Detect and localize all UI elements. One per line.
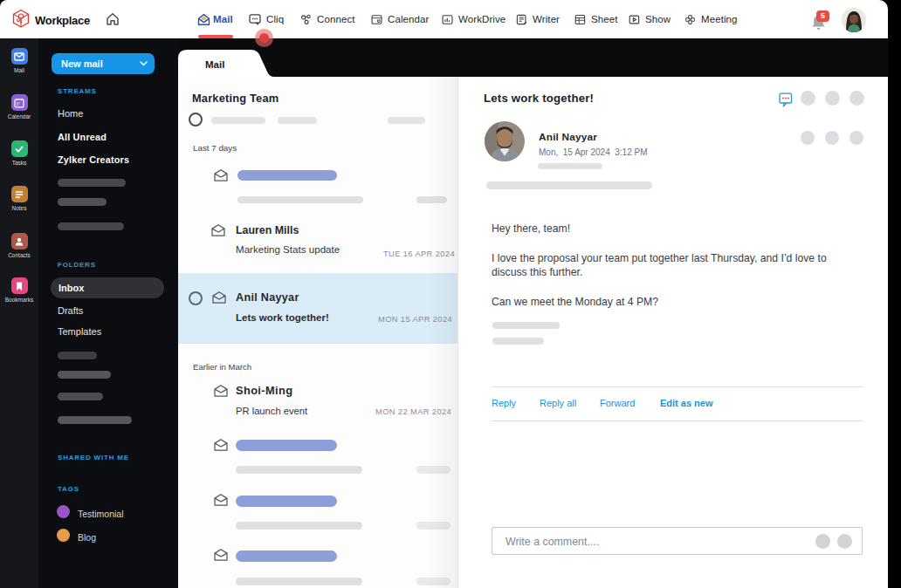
svg-text:Mail: Mail (205, 59, 224, 70)
